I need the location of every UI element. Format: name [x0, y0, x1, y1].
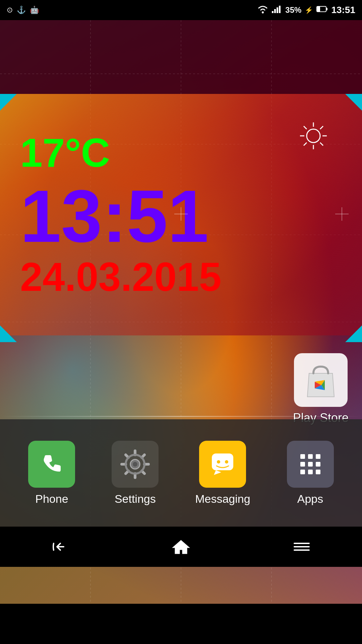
- svg-rect-48: [308, 454, 313, 459]
- svg-line-20: [304, 126, 307, 129]
- svg-rect-2: [274, 9, 276, 13]
- sun-icon: [298, 121, 328, 152]
- svg-rect-1: [272, 11, 274, 13]
- menu-button[interactable]: [282, 533, 322, 560]
- charging-icon: ⚡: [305, 6, 313, 14]
- dark-top-section: [0, 20, 362, 94]
- phone-icon: [28, 441, 75, 488]
- status-bar: ⊙ ⚓ 🤖 35% ⚡: [0, 0, 362, 20]
- nav-bar: [0, 527, 362, 567]
- play-store-app[interactable]: Play Store: [293, 353, 349, 425]
- svg-line-22: [320, 126, 323, 129]
- svg-rect-55: [316, 470, 320, 474]
- clock-widget: 17°C 13:51 24.03.2015: [0, 94, 362, 335]
- dock-item-phone[interactable]: Phone: [28, 441, 75, 505]
- battery-icon: [316, 5, 328, 15]
- status-left-icons: ⊙ ⚓ 🤖: [7, 6, 39, 14]
- wifi-icon: [257, 5, 268, 15]
- signal-icon: [272, 5, 282, 15]
- svg-point-0: [262, 11, 264, 13]
- battery-percentage: 35%: [285, 5, 301, 15]
- crosshair-right-icon: [335, 207, 349, 222]
- svg-point-43: [133, 462, 137, 467]
- svg-point-45: [217, 460, 220, 464]
- status-time: 13:51: [331, 5, 355, 15]
- dock: Phone Setti: [0, 419, 362, 527]
- svg-rect-7: [326, 8, 327, 10]
- crosshair-icon: [174, 207, 188, 222]
- phone-label: Phone: [35, 492, 68, 505]
- apps-icon: [287, 441, 334, 488]
- play-store-bag-icon: [294, 353, 348, 407]
- back-button[interactable]: [40, 533, 80, 560]
- home-button[interactable]: [161, 533, 201, 560]
- clock-date-display: 24.03.2015: [20, 257, 222, 297]
- dock-divider: [0, 416, 362, 417]
- svg-rect-54: [308, 470, 313, 474]
- svg-rect-6: [317, 7, 320, 11]
- svg-rect-53: [300, 470, 305, 474]
- svg-rect-50: [300, 462, 305, 467]
- apps-label: Apps: [297, 492, 323, 505]
- play-store-icon-bg: [294, 353, 348, 407]
- svg-point-15: [307, 129, 320, 143]
- dock-item-apps[interactable]: Apps: [287, 441, 334, 505]
- svg-rect-4: [279, 6, 281, 13]
- debug-icon: 🤖: [30, 6, 39, 14]
- usb-icon: ⚓: [17, 6, 26, 14]
- svg-rect-47: [300, 454, 305, 459]
- svg-line-21: [320, 143, 323, 146]
- svg-line-23: [304, 143, 307, 146]
- settings-label: Settings: [115, 492, 156, 505]
- settings-icon: [112, 441, 159, 488]
- svg-point-46: [225, 460, 228, 464]
- dock-item-messaging[interactable]: Messaging: [195, 441, 250, 505]
- messaging-icon: [199, 441, 246, 488]
- messaging-label: Messaging: [195, 492, 250, 505]
- svg-rect-51: [308, 462, 313, 467]
- status-right-icons: 35% ⚡ 13:51: [257, 5, 355, 15]
- svg-rect-52: [316, 462, 320, 467]
- svg-rect-3: [277, 7, 278, 13]
- dock-item-settings[interactable]: Settings: [112, 441, 159, 505]
- viber-icon: ⊙: [7, 6, 13, 14]
- temperature-display: 17°C: [20, 132, 110, 173]
- svg-rect-49: [316, 454, 320, 459]
